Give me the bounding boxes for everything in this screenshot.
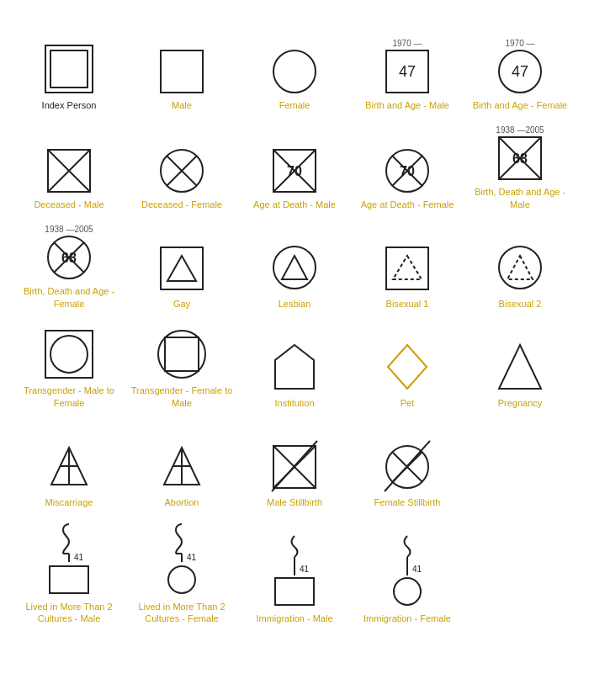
cell-female-stillbirth: Female Stillbirth (353, 417, 462, 510)
cell-deceased-male: Deceased - Male (14, 119, 124, 212)
svg-text:47: 47 (399, 63, 416, 80)
symbol-transgender-f2m (157, 329, 207, 379)
label-abortion: Abortion (165, 496, 199, 508)
symbol-wrap-deceased-male (46, 148, 92, 194)
svg-point-3 (273, 50, 316, 93)
symbol-lived-cultures-male: 41 (46, 520, 92, 596)
cell-bisexual2: Bisexual 2 (465, 219, 575, 311)
symbol-wrap-pet (385, 342, 430, 392)
symbol-index-person (44, 44, 94, 94)
label-birth-age-male: Birth and Age - Male (365, 99, 449, 111)
cell-gay: Gay (127, 219, 236, 311)
label-transgender-m2f: Transgender - Male to Female (16, 384, 122, 409)
cell-bisexual1: Bisexual 1 (353, 219, 462, 311)
label-birth-age-female: Birth and Age - Female (473, 99, 568, 111)
year-top-birth-death-age-male: 1938 —2005 (496, 125, 544, 135)
label-pregnancy: Pregnancy (498, 397, 543, 409)
symbol-wrap-birth-age-female: 1970 —47 (497, 39, 543, 94)
cell-pet: Pet (353, 318, 462, 411)
svg-rect-30 (161, 247, 203, 289)
symbol-wrap-lived-cultures-female: 41 (159, 520, 204, 596)
svg-text:70: 70 (400, 164, 415, 178)
symbol-wrap-female-stillbirth (385, 441, 430, 491)
svg-text:68: 68 (61, 251, 77, 265)
symbol-abortion (159, 441, 204, 491)
symbol-pregnancy (497, 342, 543, 392)
cell-female: Female (240, 20, 349, 113)
cell-birth-death-age-female: 1938 —200568Birth, Death and Age - Femal… (14, 219, 124, 311)
label-transgender-f2m: Transgender - Female to Male (129, 384, 235, 409)
label-lived-cultures-female: Lived in More Than 2 Cultures - Female (129, 601, 235, 625)
cell-transgender-f2m: Transgender - Female to Male (127, 318, 236, 411)
svg-text:41: 41 (74, 553, 84, 562)
svg-marker-43 (388, 345, 427, 389)
cell-age-death-male: 70Age at Death - Male (240, 119, 349, 212)
label-pet: Pet (401, 397, 415, 409)
cell-birth-death-age-male: 1938 —200568Birth, Death and Age - Male (465, 119, 575, 212)
cell-lived-cultures-female: 41Lived in More Than 2 Cultures - Female (127, 517, 236, 627)
svg-marker-44 (499, 345, 541, 389)
symbol-wrap-immigration-male: 41 (272, 532, 317, 607)
cell-age-death-female: 70Age at Death - Female (353, 119, 462, 212)
cell-birth-age-male: 1970 —47Birth and Age - Male (353, 20, 462, 113)
cell-immigration-male: 41Immigration - Male (240, 517, 349, 627)
cell-miscarriage: Miscarriage (14, 417, 124, 510)
page: Index PersonMaleFemale1970 —47Birth and … (0, 0, 589, 635)
svg-text:47: 47 (512, 63, 528, 80)
cell-male: Male (127, 20, 236, 113)
year-top-birth-age-male: 1970 — (392, 39, 422, 48)
symbol-birth-death-age-male: 68 (497, 135, 543, 181)
cell-lived-cultures-male: 41Lived in More Than 2 Cultures - Male (14, 517, 124, 627)
svg-rect-38 (45, 331, 93, 378)
svg-rect-1 (50, 50, 88, 88)
symbol-wrap-male (159, 49, 204, 94)
label-immigration-male: Immigration - Male (256, 612, 332, 624)
svg-marker-35 (393, 256, 422, 279)
label-deceased-female: Deceased - Female (141, 199, 222, 210)
svg-rect-34 (386, 247, 428, 289)
label-miscarriage: Miscarriage (45, 496, 93, 508)
symbol-male (159, 49, 204, 94)
cell-immigration-female: 41Immigration - Female (353, 517, 462, 627)
symbol-wrap-lived-cultures-male: 41 (46, 520, 92, 596)
svg-rect-41 (165, 337, 199, 371)
label-lived-cultures-male: Lived in More Than 2 Cultures - Male (16, 601, 122, 625)
cell-abortion: Abortion (127, 417, 236, 510)
symbol-birth-age-male: 47 (385, 49, 430, 94)
symbol-lesbian (272, 242, 317, 293)
svg-rect-63 (50, 566, 88, 593)
label-birth-death-age-male: Birth, Death and Age - Male (467, 186, 573, 210)
cell-empty6 (465, 517, 575, 627)
symbol-wrap-abortion (159, 441, 204, 491)
svg-text:70: 70 (287, 164, 302, 178)
cell-institution: Institution (240, 318, 349, 411)
label-gay: Gay (173, 298, 190, 310)
year-top-birth-death-age-female: 1938 —2005 (45, 225, 93, 234)
symbol-wrap-birth-death-age-female: 1938 —200568 (45, 225, 93, 280)
label-index-person: Index Person (42, 99, 97, 111)
cell-birth-age-female: 1970 —47Birth and Age - Female (465, 20, 575, 113)
svg-point-73 (394, 578, 421, 605)
svg-text:41: 41 (300, 565, 310, 574)
label-birth-death-age-female: Birth, Death and Age - Female (16, 285, 122, 310)
symbol-wrap-male-stillbirth (272, 441, 317, 491)
label-male-stillbirth: Male Stillbirth (267, 496, 322, 508)
symbol-gay (159, 242, 204, 293)
symbol-wrap-pregnancy (497, 342, 543, 392)
symbol-institution (272, 342, 317, 392)
symbol-age-death-female: 70 (385, 148, 430, 194)
symbol-miscarriage (46, 441, 92, 491)
symbol-wrap-female (272, 49, 317, 94)
svg-point-67 (168, 566, 195, 593)
svg-line-59 (385, 441, 430, 491)
symbol-grid: Index PersonMaleFemale1970 —47Birth and … (4, 20, 585, 627)
svg-marker-37 (507, 256, 533, 279)
symbol-wrap-birth-age-male: 1970 —47 (385, 39, 430, 94)
symbol-immigration-female: 41 (385, 532, 430, 607)
cell-pregnancy: Pregnancy (465, 318, 575, 411)
cell-index-person: Index Person (14, 20, 124, 113)
symbol-deceased-female (159, 148, 204, 194)
label-male: Male (172, 99, 192, 111)
year-top-birth-age-female: 1970 — (505, 39, 534, 48)
svg-rect-2 (161, 50, 203, 93)
